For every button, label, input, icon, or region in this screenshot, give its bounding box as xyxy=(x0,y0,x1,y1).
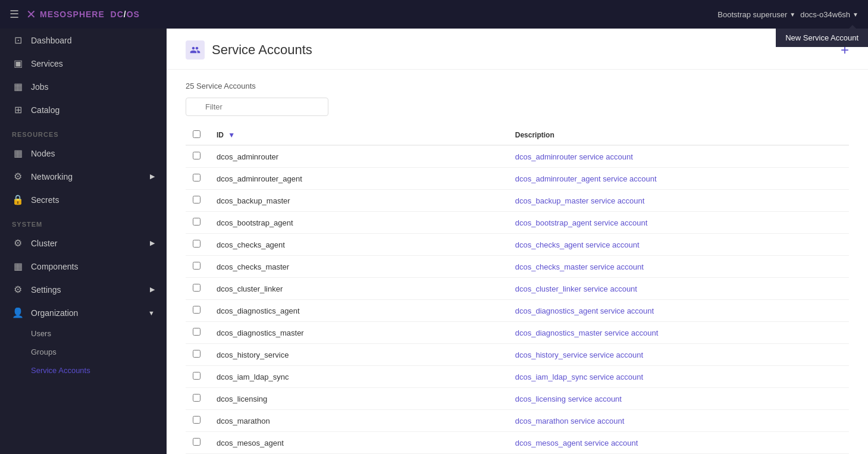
row-checkbox[interactable] xyxy=(193,438,200,446)
row-desc-cell: dcos_mesos_agent service account xyxy=(508,432,849,454)
topnav-cluster[interactable]: docs-o34w6sh ▼ xyxy=(800,10,858,19)
sidebar-subitem-service-accounts[interactable]: Service Accounts xyxy=(0,361,167,380)
row-checkbox[interactable] xyxy=(193,174,200,181)
row-id-cell[interactable]: dcos_diagnostics_master xyxy=(209,322,508,344)
row-id-cell[interactable]: dcos_backup_master xyxy=(209,190,508,212)
row-checkbox-cell xyxy=(186,300,209,322)
service-accounts-table: ID ▼ Description dcos_adminrouter dcos_a… xyxy=(186,126,849,454)
sidebar-item-jobs[interactable]: ▦ Jobs xyxy=(0,75,167,98)
row-id-cell[interactable]: dcos_cluster_linker xyxy=(209,278,508,300)
sidebar: ⊡ Dashboard ▣ Services ▦ Jobs ⊞ Catalog … xyxy=(0,29,167,454)
row-checkbox[interactable] xyxy=(193,306,200,314)
sidebar-item-cluster-label: Cluster xyxy=(31,239,57,248)
row-checkbox[interactable] xyxy=(193,328,200,336)
content-area: Service Accounts + 25 Service Accounts 🔍 xyxy=(167,29,868,454)
row-checkbox-cell xyxy=(186,388,209,410)
sidebar-item-catalog[interactable]: ⊞ Catalog xyxy=(0,98,167,121)
table-count: 25 Service Accounts xyxy=(186,82,849,90)
row-id-cell[interactable]: dcos_iam_ldap_sync xyxy=(209,366,508,388)
row-desc-cell: dcos_marathon service account xyxy=(508,410,849,432)
page-title: Service Accounts xyxy=(212,42,312,58)
table-header-description: Description xyxy=(508,126,849,145)
row-checkbox-cell xyxy=(186,168,209,190)
row-checkbox[interactable] xyxy=(193,350,200,358)
row-id-cell[interactable]: dcos_history_service xyxy=(209,344,508,366)
cluster-icon: ⚙ xyxy=(12,237,24,249)
logo-brand: MESOSPHERE xyxy=(40,10,105,19)
row-desc-cell: dcos_bootstrap_agent service account xyxy=(508,212,849,234)
table-row: dcos_checks_master dcos_checks_master se… xyxy=(186,256,849,278)
sidebar-item-cluster[interactable]: ⚙ Cluster ▶ xyxy=(0,231,167,255)
select-all-checkbox[interactable] xyxy=(193,130,200,138)
row-checkbox[interactable] xyxy=(193,284,200,292)
row-checkbox-cell xyxy=(186,212,209,234)
sidebar-item-dashboard[interactable]: ⊡ Dashboard xyxy=(0,29,167,52)
row-id-cell[interactable]: dcos_mesos_agent xyxy=(209,432,508,454)
row-id-cell[interactable]: dcos_marathon xyxy=(209,410,508,432)
sidebar-subitem-groups[interactable]: Groups xyxy=(0,343,167,361)
jobs-icon: ▦ xyxy=(12,81,24,92)
sidebar-item-organization[interactable]: 👤 Organization ▼ xyxy=(0,301,167,324)
table-row: dcos_diagnostics_agent dcos_diagnostics_… xyxy=(186,300,849,322)
logo-icon: ✕ xyxy=(26,7,36,21)
row-checkbox[interactable] xyxy=(193,372,200,380)
row-id-cell[interactable]: dcos_licensing xyxy=(209,388,508,410)
row-id-cell[interactable]: dcos_adminrouter xyxy=(209,145,508,168)
row-id-cell[interactable]: dcos_bootstrap_agent xyxy=(209,212,508,234)
topnav-cluster-label: docs-o34w6sh xyxy=(800,10,850,19)
table-header-id[interactable]: ID ▼ xyxy=(209,126,508,145)
row-checkbox[interactable] xyxy=(193,196,200,203)
table-row: dcos_history_service dcos_history_servic… xyxy=(186,344,849,366)
sidebar-item-services[interactable]: ▣ Services xyxy=(0,52,167,75)
row-desc-cell: dcos_checks_agent service account xyxy=(508,234,849,256)
cluster-chevron: ▶ xyxy=(150,239,155,247)
table-row: dcos_marathon dcos_marathon service acco… xyxy=(186,410,849,432)
row-id-cell[interactable]: dcos_diagnostics_agent xyxy=(209,300,508,322)
row-checkbox[interactable] xyxy=(193,152,200,159)
row-checkbox[interactable] xyxy=(193,240,200,248)
row-checkbox[interactable] xyxy=(193,262,200,270)
networking-chevron: ▶ xyxy=(150,173,155,180)
topnav-user-label: Bootstrap superuser xyxy=(717,10,787,19)
row-checkbox[interactable] xyxy=(193,394,200,402)
hamburger-icon[interactable]: ☰ xyxy=(10,8,19,21)
topnav: ☰ ✕ MESOSPHERE DC/OS Bootstrap superuser… xyxy=(0,0,868,29)
filter-input[interactable] xyxy=(186,98,328,116)
row-checkbox[interactable] xyxy=(193,218,200,226)
sidebar-item-settings[interactable]: ⚙ Settings ▶ xyxy=(0,278,167,301)
sidebar-item-networking[interactable]: ⚙ Networking ▶ xyxy=(0,165,167,188)
table-header-checkbox xyxy=(186,126,209,145)
topnav-left: ☰ ✕ MESOSPHERE DC/OS xyxy=(10,7,140,21)
networking-icon: ⚙ xyxy=(12,171,24,182)
row-desc-cell: dcos_backup_master service account xyxy=(508,190,849,212)
table-row: dcos_adminrouter_agent dcos_adminrouter_… xyxy=(186,168,849,190)
row-checkbox-cell xyxy=(186,410,209,432)
row-desc-cell: dcos_adminrouter_agent service account xyxy=(508,168,849,190)
sidebar-item-nodes[interactable]: ▦ Nodes xyxy=(0,142,167,165)
settings-chevron: ▶ xyxy=(150,286,155,293)
sidebar-item-networking-label: Networking xyxy=(31,172,73,181)
sidebar-item-components[interactable]: ▦ Components xyxy=(0,255,167,278)
resources-section-label: Resources xyxy=(0,121,167,142)
table-row: dcos_checks_agent dcos_checks_agent serv… xyxy=(186,234,849,256)
topnav-user[interactable]: Bootstrap superuser ▼ xyxy=(717,10,795,19)
id-sort-icon: ▼ xyxy=(228,131,235,139)
organization-chevron: ▼ xyxy=(148,309,155,317)
topnav-user-caret: ▼ xyxy=(789,11,795,18)
row-id-cell[interactable]: dcos_checks_master xyxy=(209,256,508,278)
logo-dc: DC xyxy=(111,10,124,19)
row-desc-cell: dcos_cluster_linker service account xyxy=(508,278,849,300)
row-checkbox-cell xyxy=(186,256,209,278)
row-checkbox-cell xyxy=(186,234,209,256)
sidebar-item-organization-label: Organization xyxy=(31,308,78,318)
sidebar-subitem-users[interactable]: Users xyxy=(0,324,167,343)
row-checkbox-cell xyxy=(186,344,209,366)
sidebar-item-components-label: Components xyxy=(31,262,78,271)
row-id-cell[interactable]: dcos_checks_agent xyxy=(209,234,508,256)
sidebar-item-catalog-label: Catalog xyxy=(31,105,59,115)
table-body: dcos_adminrouter dcos_adminrouter servic… xyxy=(186,145,849,454)
row-id-cell[interactable]: dcos_adminrouter_agent xyxy=(209,168,508,190)
row-checkbox[interactable] xyxy=(193,416,200,424)
new-account-tooltip: New Service Account xyxy=(776,29,868,47)
sidebar-item-secrets[interactable]: 🔒 Secrets xyxy=(0,188,167,211)
